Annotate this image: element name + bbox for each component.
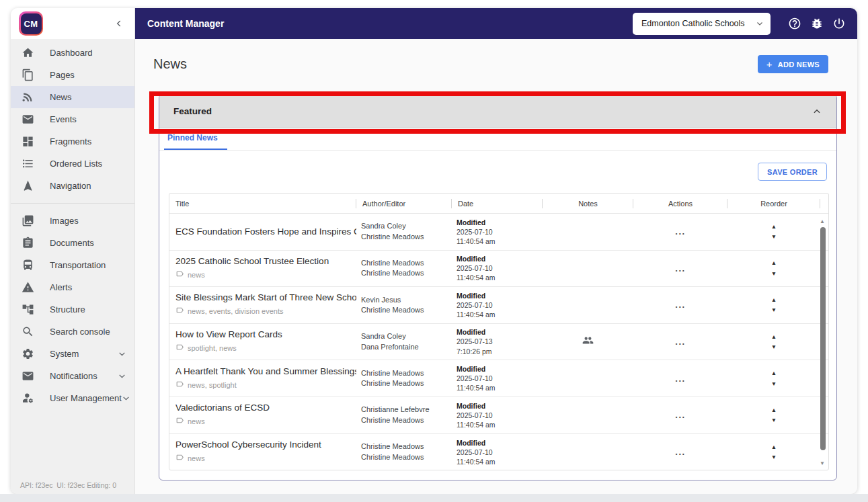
- school-selector[interactable]: Edmonton Catholic Schools: [633, 13, 771, 35]
- pages-icon: [21, 69, 34, 82]
- date-modified-label: Modified: [457, 364, 543, 374]
- row-actions-button[interactable]: ...: [672, 372, 688, 386]
- sidebar-item-images[interactable]: Images: [11, 210, 134, 232]
- date-value: 2025-07-10: [457, 263, 543, 273]
- save-order-button[interactable]: SAVE ORDER: [758, 163, 827, 181]
- date-cell: Modified2025-07-1011:40:54 am: [452, 254, 543, 283]
- column-header-reorder: Reorder: [727, 194, 820, 213]
- scroll-up-icon[interactable]: ▲: [820, 219, 825, 224]
- tab-pinned-news[interactable]: Pinned News: [164, 128, 227, 150]
- tag-icon: [175, 342, 188, 354]
- bug-report-icon[interactable]: [810, 16, 824, 31]
- news-title[interactable]: Site Blessings Mark Start of Three New S…: [175, 292, 356, 302]
- rss-icon: [21, 91, 34, 104]
- row-actions-button[interactable]: ...: [672, 445, 688, 459]
- sidebar-item-transportation[interactable]: Transportation: [11, 254, 134, 276]
- editor-name: Christine Meadows: [361, 415, 452, 425]
- table-scrollbar[interactable]: ▲ ▼: [819, 216, 827, 468]
- sidebar-item-notifications[interactable]: Notifications: [11, 365, 134, 387]
- column-header-author-editor: Author/Editor: [356, 194, 452, 213]
- reorder-up-button[interactable]: ▲: [771, 444, 777, 450]
- reorder-up-button[interactable]: ▲: [771, 334, 777, 340]
- tag-icon: [175, 269, 188, 281]
- time-value: 11:40:54 am: [457, 237, 543, 246]
- date-cell: Modified2025-07-1011:40:54 am: [452, 218, 543, 247]
- news-title[interactable]: ECS Foundation Fosters Hope and Inspires…: [175, 226, 356, 237]
- group-icon: [582, 335, 594, 349]
- reorder-down-button[interactable]: ▼: [771, 234, 777, 240]
- reorder-down-button[interactable]: ▼: [771, 417, 777, 423]
- sidebar-header: CM: [11, 8, 134, 39]
- sidebar-item-ordered-lists[interactable]: Ordered Lists: [11, 153, 134, 175]
- date-modified-label: Modified: [457, 254, 543, 263]
- app-logo-text: CM: [21, 13, 42, 34]
- reorder-up-button[interactable]: ▲: [771, 224, 777, 230]
- author-name: Christine Meadows: [361, 442, 452, 452]
- build-info: API: f23ec UI: f23ec Editing: 0: [20, 481, 116, 489]
- author-editor-cell: Christine MeadowsChristine Meadows: [356, 368, 452, 389]
- reorder-down-button[interactable]: ▼: [771, 454, 777, 460]
- news-tags: news, events, division events: [175, 305, 356, 317]
- author-editor-cell: Sandra ColeyChristine Meadows: [356, 221, 452, 242]
- sidebar-item-documents[interactable]: Documents: [11, 232, 134, 254]
- notes-cell: [543, 335, 633, 349]
- reorder-up-button[interactable]: ▲: [771, 297, 777, 303]
- featured-accordion-header[interactable]: Featured: [159, 95, 836, 128]
- tree-icon: [21, 303, 34, 317]
- reorder-up-button[interactable]: ▲: [771, 260, 777, 266]
- reorder-down-button[interactable]: ▼: [771, 381, 777, 387]
- news-title[interactable]: PowerSchool Cybersecurity Incident: [175, 440, 356, 450]
- row-actions-button[interactable]: ...: [672, 261, 688, 276]
- sidebar-item-system[interactable]: System: [11, 343, 134, 365]
- news-title[interactable]: A Heartfelt Thank You and Summer Blessin…: [175, 366, 356, 376]
- date-value: 2025-07-10: [457, 411, 543, 420]
- date-cell: Modified2025-07-137:10:26 pm: [452, 327, 543, 356]
- chevron-down-icon: [756, 19, 764, 28]
- row-actions-button[interactable]: ...: [672, 335, 688, 349]
- sidebar-item-user-management[interactable]: User Management: [11, 387, 134, 409]
- reorder-down-button[interactable]: ▼: [771, 307, 777, 313]
- row-actions-button[interactable]: ...: [672, 224, 688, 239]
- sidebar-item-dashboard[interactable]: Dashboard: [11, 42, 134, 64]
- images-icon: [21, 214, 34, 228]
- row-actions-button[interactable]: ...: [672, 408, 688, 422]
- sidebar-item-fragments[interactable]: Fragments: [11, 130, 134, 153]
- date-modified-label: Modified: [457, 291, 543, 300]
- sidebar-item-events[interactable]: Events: [11, 108, 134, 130]
- help-icon[interactable]: [787, 16, 802, 31]
- scroll-down-icon[interactable]: ▼: [820, 461, 825, 466]
- column-header-date: Date: [452, 194, 543, 213]
- plus-icon: +: [766, 59, 773, 69]
- news-title[interactable]: 2025 Catholic School Trustee Election: [175, 256, 356, 266]
- reorder-up-button[interactable]: ▲: [771, 370, 777, 376]
- sidebar-collapse-button[interactable]: [114, 19, 124, 28]
- author-editor-cell: Sandra ColeyDana Prefontaine: [356, 331, 452, 352]
- add-news-button[interactable]: + ADD NEWS: [758, 55, 828, 73]
- author-editor-cell: Christine MeadowsChristine Meadows: [356, 442, 452, 462]
- time-value: 11:40:54 am: [457, 420, 543, 429]
- reorder-down-button[interactable]: ▼: [771, 271, 777, 277]
- sidebar-item-navigation[interactable]: Navigation: [11, 175, 134, 197]
- table-row: How to View Report Cards spotlight, news…: [169, 324, 828, 361]
- reorder-up-button[interactable]: ▲: [771, 407, 777, 413]
- page-title: News: [153, 56, 187, 72]
- power-icon[interactable]: [832, 16, 846, 31]
- tabs-row: Pinned News: [159, 128, 836, 151]
- sidebar-item-structure[interactable]: Structure: [11, 298, 134, 321]
- news-title[interactable]: How to View Report Cards: [175, 329, 356, 339]
- app-logo[interactable]: CM: [19, 11, 43, 36]
- news-title[interactable]: Valedictorians of ECSD: [175, 403, 356, 413]
- sidebar-item-pages[interactable]: Pages: [11, 64, 134, 86]
- editor-name: Christine Meadows: [361, 268, 452, 278]
- row-actions-button[interactable]: ...: [672, 298, 688, 312]
- sidebar-item-news[interactable]: News: [11, 86, 134, 108]
- scrollbar-thumb[interactable]: [820, 227, 826, 450]
- sidebar-item-alerts[interactable]: Alerts: [11, 276, 134, 298]
- author-name: Christianne Lefebvre: [361, 405, 452, 415]
- sidebar-item-search-console[interactable]: Search console: [11, 321, 134, 343]
- dashboard-icon: [21, 135, 34, 149]
- tag-icon: [175, 305, 188, 317]
- date-value: 2025-07-10: [457, 374, 543, 383]
- reorder-down-button[interactable]: ▼: [771, 344, 777, 350]
- chevron-down-icon: [118, 372, 126, 380]
